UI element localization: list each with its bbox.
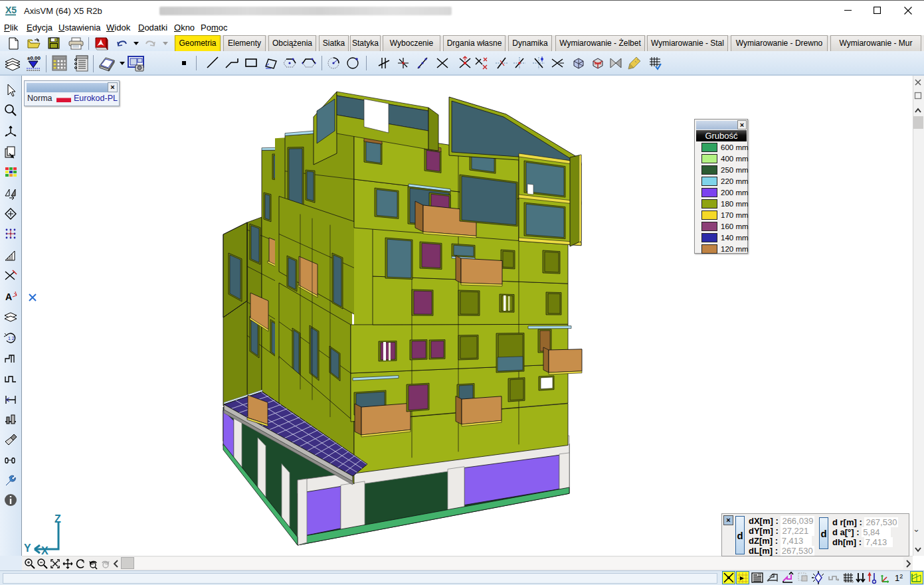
svg-text:1 2: 1 2 (8, 336, 15, 341)
svg-text:A: A (5, 292, 12, 302)
svg-text:Z: Z (54, 513, 61, 525)
svg-text:12: 12 (895, 573, 903, 583)
svg-text:X: X (41, 545, 48, 556)
svg-text:X5: X5 (5, 5, 17, 15)
svg-text:Y: Y (24, 543, 31, 554)
svg-text:±0.00: ±0.00 (27, 55, 41, 61)
